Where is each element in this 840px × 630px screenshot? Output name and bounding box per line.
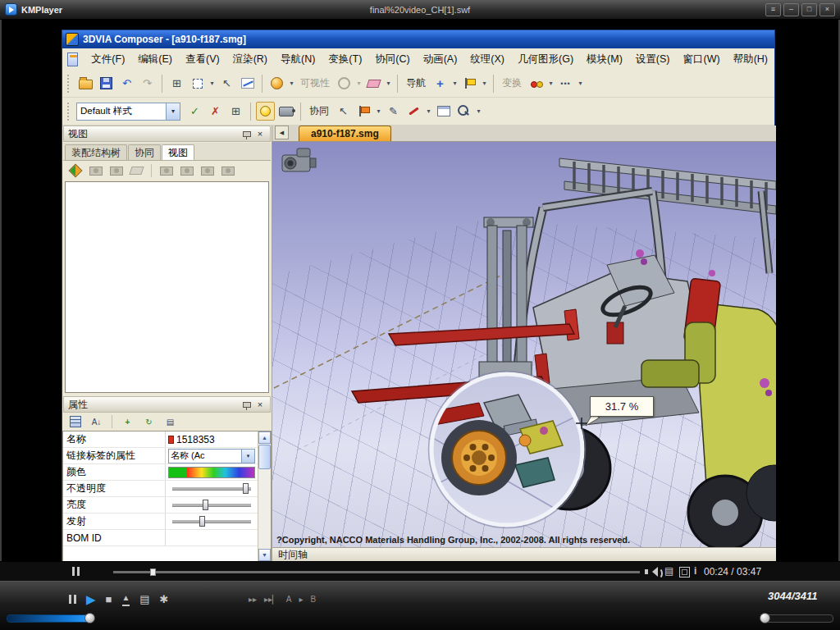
scroll-down-icon[interactable]: ▼ [258,549,271,561]
update-view-button[interactable] [87,162,104,180]
stop-button[interactable]: ■ [106,593,112,605]
camera-views-button[interactable] [460,74,479,93]
menu-collaborate[interactable]: 协同(C) [368,49,416,70]
play-button[interactable]: ▶ [86,593,96,605]
measure-button[interactable] [238,74,257,93]
add-property-button[interactable]: + [119,413,136,431]
link-label-combobox-arrow[interactable]: ▾ [241,450,254,463]
volume-knob[interactable] [84,613,95,623]
collab-pointer-button[interactable]: ↖ [334,102,353,121]
menu-window[interactable]: 窗口(W) [677,49,727,70]
camera-views-dropdown[interactable]: ▾ [481,80,488,87]
secondary-knob[interactable] [760,613,770,623]
marker-button[interactable] [354,102,373,121]
more-tools-dropdown[interactable]: ▾ [577,80,584,87]
property-row-opacity[interactable]: 不透明度 [63,481,271,497]
close-button[interactable]: × [819,3,835,16]
menu-preferences[interactable]: 设置(S) [629,49,677,70]
skip-end-icon[interactable]: ▸▸▏ [264,595,279,604]
volume-icon[interactable] [645,567,658,579]
tab-scroll-left-icon[interactable]: ◀ [275,126,289,139]
fast-forward-icon[interactable]: ▸▸ [249,595,257,604]
camera-view-3-button[interactable] [199,162,216,180]
undo-button[interactable]: ↶ [117,74,136,93]
snap-dropdown[interactable]: ▾ [547,80,555,87]
render-mode-button[interactable] [267,74,286,93]
style-combobox[interactable]: Default 样式 ▾ [76,103,180,121]
scroll-up-icon[interactable]: ▲ [258,431,271,444]
camera-view-1-button[interactable] [158,162,175,180]
color-gradient-picker[interactable] [168,467,255,478]
tab-collaborate[interactable]: 协同 [128,144,161,160]
move-tool-button[interactable]: + [431,74,450,93]
pointer-tool-button[interactable]: ↖ [217,74,236,93]
zoom-tool-dropdown[interactable]: ▾ [475,107,482,115]
more-tools-button[interactable]: ••• [556,74,575,93]
opacity-slider-handle[interactable] [243,483,249,494]
clear-view-button[interactable] [128,162,145,180]
info-icon[interactable]: i [694,565,696,577]
brightness-slider[interactable] [172,504,251,507]
camera-view-4-button[interactable] [219,162,236,180]
render-mode-dropdown[interactable]: ▾ [288,80,295,87]
menu-file[interactable]: 文件(F) [84,49,131,70]
property-row-bom-id[interactable]: BOM ID [63,530,271,546]
eraser-dropdown[interactable]: ▾ [385,80,392,87]
menu-navigate[interactable]: 导航(N) [274,49,322,70]
menu-help[interactable]: 帮助(H) [727,49,774,70]
draw-button[interactable]: ✎ [384,102,403,121]
fullscreen-icon[interactable] [679,567,690,580]
menu-edit[interactable]: 编辑(E) [131,49,179,70]
pushpin-icon[interactable] [243,131,251,137]
settings-button[interactable]: ✱ [160,593,169,605]
pushpin-icon[interactable] [243,402,251,408]
camera-view-2-button[interactable] [178,162,195,180]
menu-transform[interactable]: 变换(T) [322,49,368,70]
style-workshop-button[interactable]: ⊞ [226,102,245,121]
projector-button[interactable] [276,102,295,121]
light-button[interactable] [256,102,275,121]
player-menu-button[interactable]: ≡ [765,3,781,16]
property-row-name[interactable]: 名称 1518353 [63,431,271,448]
refresh-properties-button[interactable]: ↻ [140,413,158,431]
line-style-dropdown[interactable]: ▾ [425,107,432,115]
selection-tool-dropdown[interactable]: ▾ [208,80,216,87]
selection-tool-button[interactable] [188,74,207,93]
tab-views[interactable]: 视图 [162,144,194,160]
link-label-combobox[interactable]: 名称 (Ac ▾ [168,449,255,463]
view-panel-close-icon[interactable]: × [254,129,266,139]
property-value-name[interactable]: 1518353 [176,434,215,445]
menu-view[interactable]: 查看(V) [179,49,226,70]
marker-dropdown[interactable]: ▾ [375,107,382,115]
eject-button[interactable]: ▲ [121,591,130,606]
copy-view-button[interactable] [107,162,125,180]
document-tab-active[interactable]: a910-f187.smg [299,126,391,141]
ab-repeat-b-button[interactable]: B [310,595,316,604]
brightness-slider-handle[interactable] [203,500,208,510]
emission-slider-handle[interactable] [199,516,205,527]
menu-texture[interactable]: 纹理(X) [463,49,511,70]
delete-style-button[interactable]: ✗ [206,102,225,121]
forklift-3d-model[interactable] [272,142,776,547]
properties-panel-close-icon[interactable]: × [254,399,266,409]
panel-2d-button[interactable] [434,102,453,121]
zoom-tool-button[interactable] [454,102,473,121]
redo-button[interactable]: ↷ [138,74,157,93]
menu-modules[interactable]: 模块(M) [580,49,629,70]
apply-style-button[interactable]: ✓ [185,102,204,121]
property-row-link-label[interactable]: 链接标签的属性 名称 (Ac ▾ [63,448,271,464]
menu-render[interactable]: 渲染(R) [226,49,274,70]
visibility-button[interactable] [335,74,354,93]
style-combobox-arrow[interactable]: ▾ [166,103,180,120]
eraser-button[interactable] [364,74,383,93]
property-grid-scrollbar[interactable]: ▲ ▼ [258,431,271,561]
osd-pause-button[interactable] [72,567,80,576]
property-manager-button[interactable]: ▤ [162,413,179,431]
seek-handle[interactable] [150,568,156,576]
property-row-color[interactable]: 颜色 [63,464,271,481]
minimize-button[interactable]: – [783,3,799,16]
maximize-button[interactable]: □ [801,3,817,16]
create-view-button[interactable] [66,162,84,180]
pause-button[interactable] [69,595,76,604]
opacity-slider[interactable] [172,487,251,491]
